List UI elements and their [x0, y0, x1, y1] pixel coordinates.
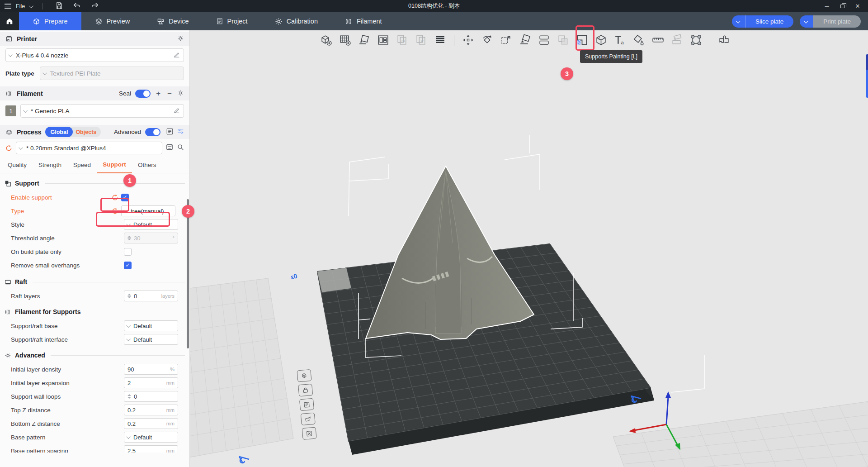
paste-icon[interactable]: P [414, 33, 429, 48]
plate-list-icon[interactable] [299, 398, 314, 411]
settings-sidebar: Printer X-Plus 4 0.4 nozzle Plate type T… [0, 30, 190, 467]
tab-speed[interactable]: Speed [67, 157, 97, 173]
edit-filament-icon[interactable] [174, 107, 180, 115]
support-raft-base-select[interactable]: Default [124, 320, 178, 331]
support-style-select[interactable]: Default [124, 219, 178, 230]
seam-painting-icon[interactable] [594, 33, 609, 48]
assembly-icon[interactable] [670, 33, 684, 48]
remove-filament-button[interactable]: − [166, 89, 173, 98]
step-badge-1: 1 [123, 174, 136, 187]
menu-icon[interactable] [5, 2, 11, 10]
cut-icon[interactable] [537, 33, 552, 48]
support-type-select[interactable]: tree(manual) [121, 205, 175, 216]
split-objects-icon[interactable] [717, 33, 731, 48]
plate-lock-icon[interactable] [298, 384, 313, 397]
base-pattern-select[interactable]: Default [124, 432, 178, 443]
top-z-distance-input[interactable]: 0.2mm [124, 405, 178, 415]
support-type-row: Type tree(manual) [0, 204, 189, 218]
tab-others[interactable]: Others [132, 157, 162, 173]
lay-on-face-icon[interactable] [518, 33, 533, 48]
arrange-icon[interactable] [376, 33, 391, 48]
save-icon[interactable] [52, 2, 66, 10]
scope-global[interactable]: Global [45, 127, 73, 137]
plate-settings-icon[interactable] [297, 369, 311, 382]
edit-printer-icon[interactable] [174, 52, 180, 59]
home-button[interactable] [0, 12, 19, 30]
sidebar-scrollbar[interactable] [187, 199, 189, 348]
document-title: 0108结构优化 - 副本 [0, 2, 868, 10]
slice-plate-button[interactable]: Slice plate [732, 15, 793, 28]
plate-arrange-icon[interactable] [301, 413, 316, 426]
copy-icon[interactable]: O [395, 33, 410, 48]
plate-delete-icon[interactable] [302, 427, 317, 440]
process-tab-bar: Quality Strength Speed Support Others [0, 157, 189, 173]
tab-filament[interactable]: Filament [331, 12, 396, 30]
raft-layers-spinner[interactable]: 0 layers [124, 291, 178, 301]
save-preset-icon[interactable] [166, 143, 173, 152]
printer-settings-gear-icon[interactable] [177, 35, 184, 43]
initial-layer-expansion-input[interactable]: 2mm [124, 377, 178, 388]
object-list-icon[interactable] [433, 33, 448, 48]
auto-orient-icon[interactable] [357, 33, 372, 48]
param-filter-icon[interactable] [177, 128, 184, 136]
move-icon[interactable] [461, 33, 476, 48]
printer-preset-select[interactable]: X-Plus 4 0.4 nozzle [5, 48, 184, 62]
add-filament-button[interactable]: + [155, 89, 162, 98]
maximize-button[interactable] [835, 1, 849, 11]
support-wall-loops-spinner[interactable]: 0 [124, 391, 178, 402]
redo-icon[interactable] [88, 2, 102, 10]
enable-support-checkbox[interactable]: ✓ [121, 194, 129, 201]
measure-icon[interactable] [651, 33, 665, 48]
file-menu-chevron-icon[interactable] [30, 3, 33, 10]
support-raft-interface-select[interactable]: Default [124, 334, 178, 345]
remove-small-overhangs-checkbox[interactable]: ✓ [124, 262, 132, 269]
corner-frame-icon[interactable] [689, 33, 703, 48]
on-build-plate-checkbox[interactable] [124, 248, 132, 256]
filament-preset-select[interactable]: * Generic PLA [20, 104, 184, 118]
supports-painting-icon[interactable] [575, 33, 590, 48]
undo-icon[interactable] [70, 2, 84, 10]
tab-calibration[interactable]: Calibration [261, 12, 331, 30]
advanced-toggle[interactable] [145, 128, 160, 136]
add-plate-icon[interactable] [338, 33, 353, 48]
viewport-3d[interactable]: ε0 [190, 30, 868, 467]
merge-icon[interactable] [556, 33, 571, 48]
minimize-button[interactable]: ─ [820, 1, 834, 11]
reset-type-icon[interactable] [112, 208, 118, 214]
advanced-label: Advanced [114, 129, 141, 135]
right-edge-panel-handle[interactable] [866, 54, 868, 98]
search-params-icon[interactable] [177, 143, 184, 152]
base-pattern-spacing-input[interactable]: 2.5mm [124, 445, 178, 453]
plate-type-select[interactable]: Textured PEI Plate [40, 67, 184, 80]
tab-device[interactable]: Device [143, 12, 202, 30]
tab-prepare[interactable]: Prepare [19, 12, 81, 30]
add-object-icon[interactable] [319, 33, 334, 48]
slice-dropdown-chevron-icon[interactable] [732, 15, 745, 28]
color-painting-icon[interactable] [632, 33, 646, 48]
rotate-icon[interactable] [480, 33, 495, 48]
scale-icon[interactable] [499, 33, 514, 48]
reset-enable-support-icon[interactable] [112, 194, 118, 201]
tab-preview[interactable]: Preview [81, 12, 144, 30]
tab-project[interactable]: Project [203, 12, 261, 30]
print-dropdown-chevron-icon[interactable] [800, 15, 813, 28]
tab-support[interactable]: Support [97, 157, 132, 173]
print-plate-button[interactable]: Print plate [800, 15, 861, 28]
scope-objects[interactable]: Objects [73, 129, 101, 135]
object-toolbar: O P a [319, 33, 731, 48]
initial-layer-density-input[interactable]: 90% [124, 364, 178, 375]
seal-toggle[interactable] [135, 90, 151, 98]
filament-settings-gear-icon[interactable] [177, 90, 184, 98]
process-scope-toggle[interactable]: Global Objects [45, 127, 101, 137]
file-menu[interactable]: File [16, 3, 25, 10]
text-tool-icon[interactable]: a [613, 33, 627, 48]
threshold-angle-spinner[interactable]: 30 ° [124, 233, 178, 243]
tab-strength[interactable]: Strength [33, 157, 67, 173]
close-button[interactable]: ✕ [851, 1, 864, 11]
bottom-z-distance-input[interactable]: 0.2mm [124, 418, 178, 429]
param-list-icon[interactable] [166, 128, 173, 136]
reset-preset-icon[interactable] [5, 145, 12, 152]
process-preset-select[interactable]: * 0.20mm Standard @XPlus4 [16, 142, 162, 154]
step-badge-3: 3 [561, 67, 573, 80]
tab-quality[interactable]: Quality [2, 157, 33, 173]
